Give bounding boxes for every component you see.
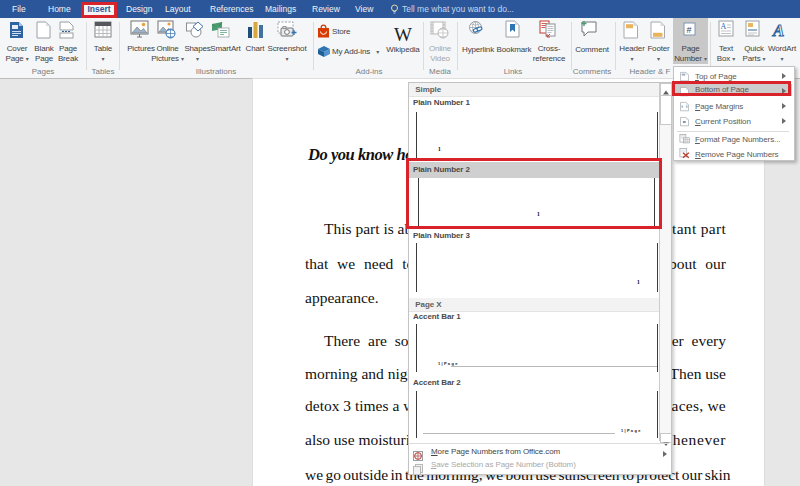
svg-text:#: # xyxy=(687,25,692,35)
svg-text:W: W xyxy=(394,24,412,45)
svg-text:A: A xyxy=(772,21,784,40)
svg-text:A: A xyxy=(721,22,727,31)
